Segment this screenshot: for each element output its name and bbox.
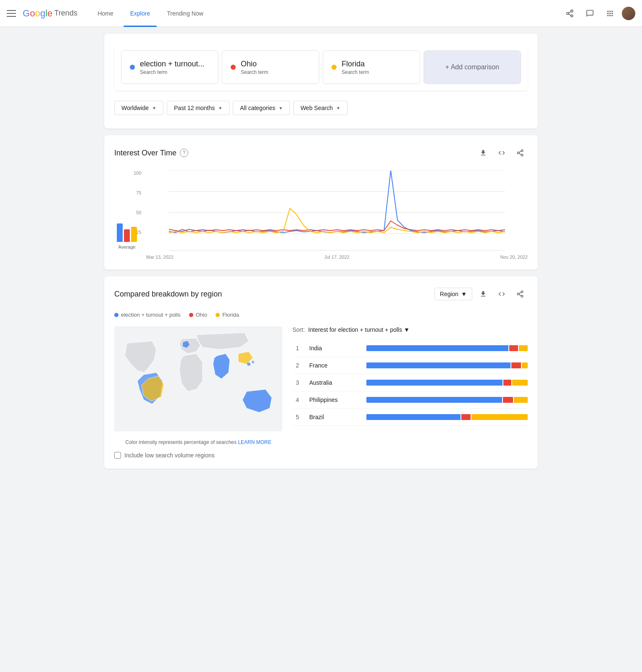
region-row[interactable]: 3 Australia: [292, 374, 528, 391]
region-bar-segment: [366, 397, 502, 403]
region-name: India: [309, 345, 360, 352]
nav-trending[interactable]: Trending Now: [160, 0, 210, 27]
region-bar-segment: [514, 397, 528, 403]
y-axis-labels: 100 75 50 25: [134, 171, 141, 249]
header: Google Trends Home Explore Trending Now: [0, 0, 642, 27]
legend-dot-1: [114, 313, 118, 317]
region-bar-segment: [366, 345, 508, 351]
breakdown-embed-button[interactable]: [494, 286, 509, 302]
avg-label: Average: [118, 244, 136, 249]
interest-download-button[interactable]: [476, 145, 491, 160]
term-3-name: Florida: [342, 60, 411, 68]
term-3-type: Search term: [342, 69, 411, 75]
term-1-name: election + turnout...: [140, 60, 210, 68]
interest-share-button[interactable]: [513, 145, 528, 160]
svg-line-19: [519, 292, 521, 294]
sort-bar: Sort: Interest for election + turnout + …: [292, 326, 528, 333]
region-bar-segment: [461, 414, 471, 420]
nav-home[interactable]: Home: [91, 0, 120, 27]
legend-dot-3: [216, 313, 220, 317]
svg-point-6: [517, 152, 519, 154]
interest-card-header: Interest Over Time ?: [114, 145, 528, 160]
legend-item-3: Florida: [216, 312, 239, 318]
region-rows-container: 1 India 2 France 3 Australia 4 Philippin…: [292, 340, 528, 426]
region-bar-segment: [519, 345, 528, 351]
breakdown-download-button[interactable]: [476, 286, 491, 302]
main-content: election + turnout... Search term Ohio S…: [97, 27, 545, 482]
hamburger-menu[interactable]: [7, 10, 16, 17]
region-rank: 5: [292, 414, 303, 420]
term-card-3[interactable]: Florida Search term: [323, 50, 420, 84]
logo: Google Trends: [23, 8, 77, 19]
feedback-button[interactable]: [581, 5, 598, 22]
location-filter-arrow: ▼: [152, 106, 156, 110]
nav-explore[interactable]: Explore: [124, 0, 157, 27]
region-rank: 1: [292, 345, 303, 352]
term-card-1[interactable]: election + turnout... Search term: [121, 50, 218, 84]
avatar[interactable]: [622, 7, 635, 20]
region-dropdown[interactable]: Region ▼: [434, 288, 472, 300]
region-dropdown-label: Region: [440, 291, 458, 297]
time-filter[interactable]: Past 12 months ▼: [167, 101, 229, 115]
include-low-checkbox[interactable]: [114, 452, 121, 459]
region-dropdown-arrow: ▼: [461, 291, 467, 297]
region-bars: [366, 414, 528, 420]
include-low-volume: Include low search volume regions: [114, 452, 282, 459]
category-filter-arrow: ▼: [279, 106, 283, 110]
svg-point-5: [521, 150, 523, 152]
search-type-filter[interactable]: Web Search ▼: [293, 101, 347, 115]
region-row[interactable]: 1 India: [292, 340, 528, 357]
region-row[interactable]: 5 Brazil: [292, 409, 528, 426]
x-label-2: Jul 17, 2022: [324, 255, 350, 260]
learn-more-link[interactable]: LEARN MORE: [238, 439, 271, 445]
breakdown-filter-row: Region ▼: [434, 286, 528, 302]
time-filter-label: Past 12 months: [174, 105, 215, 111]
legend-dot-2: [189, 313, 193, 317]
y-label-25: 25: [136, 230, 141, 235]
category-filter[interactable]: All categories ▼: [233, 101, 290, 115]
map-note: Color intensity represents percentage of…: [114, 439, 282, 445]
share-button[interactable]: [561, 5, 578, 22]
breakdown-card-header: Compared breakdown by region Region ▼: [114, 286, 528, 302]
term-2-name: Ohio: [241, 60, 310, 68]
svg-point-17: [521, 295, 523, 297]
apps-button[interactable]: [602, 5, 618, 22]
svg-point-0: [571, 10, 573, 12]
search-config-card: election + turnout... Search term Ohio S…: [104, 34, 538, 129]
sort-value: Interest for election + turnout + polls: [308, 326, 402, 333]
region-bars: [366, 380, 528, 386]
region-content: Color intensity represents percentage of…: [114, 326, 528, 459]
svg-line-8: [519, 153, 521, 155]
svg-line-18: [519, 294, 521, 296]
logo-trends-label: Trends: [54, 9, 77, 18]
term-card-2[interactable]: Ohio Search term: [222, 50, 319, 84]
interest-help-icon[interactable]: ?: [180, 149, 188, 157]
chart-area: 100 75 50 25: [146, 171, 528, 260]
interest-card-title: Interest Over Time ?: [114, 149, 188, 158]
term-1-type: Search term: [140, 69, 210, 75]
header-actions: [561, 5, 635, 22]
chart-svg: [146, 171, 528, 255]
region-bar-segment: [522, 362, 528, 368]
svg-point-1: [567, 12, 569, 14]
region-name: Australia: [309, 379, 360, 386]
svg-point-15: [521, 291, 523, 293]
add-comparison-button[interactable]: + Add comparison: [424, 50, 521, 84]
interest-embed-button[interactable]: [494, 145, 509, 160]
avg-bar-blue: [117, 223, 123, 242]
chart-line-yellow: [169, 208, 505, 233]
breakdown-card: Compared breakdown by region Region ▼: [104, 276, 538, 469]
breakdown-share-button[interactable]: [513, 286, 528, 302]
term-2-info: Ohio Search term: [241, 60, 310, 75]
region-bars: [366, 362, 528, 368]
region-row[interactable]: 2 France: [292, 357, 528, 374]
region-legend: election + turnout + polls Ohio Florida: [114, 312, 528, 318]
legend-label-2: Ohio: [196, 312, 207, 318]
x-label-3: Nov 20, 2022: [500, 255, 528, 260]
region-rank: 4: [292, 396, 303, 403]
sort-select[interactable]: Interest for election + turnout + polls …: [308, 326, 410, 333]
region-bar-segment: [503, 380, 511, 386]
region-row[interactable]: 4 Philippines: [292, 391, 528, 409]
term-2-type: Search term: [241, 69, 310, 75]
location-filter[interactable]: Worldwide ▼: [114, 101, 163, 115]
